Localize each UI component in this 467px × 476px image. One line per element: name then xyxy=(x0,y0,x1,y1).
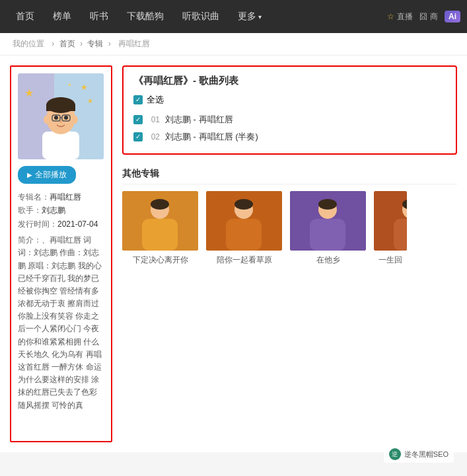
breadcrumb-album[interactable]: 专辑 xyxy=(87,39,103,48)
intro-label: 简介： xyxy=(18,235,42,245)
nav-download[interactable]: 下载酷狗 xyxy=(118,0,173,33)
breadcrumb-my-position: 我的位置 xyxy=(13,39,44,48)
song-row[interactable]: 01 刘志鹏 - 再唱红唇 xyxy=(133,111,446,128)
shop-icon: 囧 xyxy=(419,11,427,22)
svg-point-18 xyxy=(73,116,78,124)
left-sidebar: ★ ★ ★ ✦ xyxy=(10,65,112,442)
song-2-checkbox[interactable] xyxy=(133,132,143,141)
select-all-checkbox[interactable] xyxy=(133,95,143,104)
album-card-1-title: 下定决心离开你 xyxy=(122,255,198,266)
album-card-3-title: 在他乡 xyxy=(290,255,366,266)
song-2-name[interactable]: 刘志鹏 - 再唱红唇 (半奏) xyxy=(165,131,258,143)
release-label: 发行时间： xyxy=(18,219,57,229)
nav-right-area: ☆ 直播 囧 商 Ai xyxy=(387,11,460,22)
album-cover: ★ ★ ★ ✦ xyxy=(18,73,104,159)
singer-label: 歌手： xyxy=(18,206,42,215)
select-all-label: 全选 xyxy=(147,94,164,106)
right-section: 《再唱红唇》- 歌曲列表 全选 01 刘志鹏 - 再唱红唇 02 刘志鹏 - 再… xyxy=(122,65,457,442)
svg-rect-21 xyxy=(142,219,178,251)
singer-row: 歌手：刘志鹏 xyxy=(18,204,104,217)
song-2-num: 02 xyxy=(148,132,160,141)
breadcrumb-sep3: › xyxy=(108,39,113,48)
album-thumb-2 xyxy=(206,191,282,251)
album-card-2[interactable]: 陪你一起看草原 xyxy=(206,191,282,266)
svg-rect-25 xyxy=(226,219,262,251)
album-name-label: 专辑名： xyxy=(18,192,50,202)
shop-label: 商 xyxy=(430,11,438,22)
song-1-num: 01 xyxy=(148,115,160,124)
song-list-title: 《再唱红唇》- 歌曲列表 xyxy=(133,75,446,87)
nav-live[interactable]: ☆ 直播 xyxy=(387,11,413,22)
play-all-button[interactable]: ▶ 全部播放 xyxy=(18,166,76,184)
svg-point-16 xyxy=(59,121,62,123)
nav-ai[interactable]: Ai xyxy=(445,11,460,22)
album-card-2-title: 陪你一起看草原 xyxy=(206,255,282,266)
svg-point-17 xyxy=(44,116,49,124)
album-thumb-3 xyxy=(290,191,366,251)
albums-grid: 下定决心离开你 陪你一起看草原 xyxy=(122,191,457,266)
album-thumb-1 xyxy=(122,191,198,251)
album-card-3[interactable]: 在他乡 xyxy=(290,191,366,266)
svg-point-15 xyxy=(64,116,68,120)
nav-shop[interactable]: 囧 商 xyxy=(419,11,438,22)
album-name-value: 再唱红唇 xyxy=(50,192,81,202)
album-card-1[interactable]: 下定决心离开你 xyxy=(122,191,198,266)
breadcrumb: 我的位置 › 首页 › 专辑 › 再唱红唇 xyxy=(0,33,467,56)
svg-rect-7 xyxy=(42,132,79,159)
svg-text:★: ★ xyxy=(81,83,88,92)
nav-charts[interactable]: 榜单 xyxy=(44,0,81,33)
svg-text:★: ★ xyxy=(87,97,93,104)
svg-text:✦: ✦ xyxy=(67,82,72,88)
nav-audiobooks[interactable]: 听书 xyxy=(81,0,118,33)
breadcrumb-home[interactable]: 首页 xyxy=(59,39,75,48)
svg-text:★: ★ xyxy=(24,87,34,99)
select-all-row[interactable]: 全选 xyxy=(133,94,446,106)
song-list-box: 《再唱红唇》- 歌曲列表 全选 01 刘志鹏 - 再唱红唇 02 刘志鹏 - 再… xyxy=(122,65,457,155)
song-1-checkbox[interactable] xyxy=(133,115,143,124)
svg-point-30 xyxy=(318,199,337,210)
nav-home[interactable]: 首页 xyxy=(7,0,44,33)
svg-point-22 xyxy=(151,199,169,210)
nav-more[interactable]: 更多 xyxy=(229,0,271,33)
release-date-value: 2021-07-04 xyxy=(57,219,98,229)
song-1-name[interactable]: 刘志鹏 - 再唱红唇 xyxy=(165,114,233,126)
svg-rect-10 xyxy=(46,104,75,111)
top-navigation: 首页 榜单 听书 下载酷狗 听歌识曲 更多 ☆ 直播 囧 商 Ai xyxy=(0,0,467,33)
main-content: ★ ★ ★ ✦ xyxy=(0,56,467,452)
breadcrumb-sep1: › xyxy=(52,39,56,48)
album-description: 简介：、再唱红唇 词词：刘志鹏 作曲：刘志鹏 原唱：刘志鹏 我的心已经千穿百孔 … xyxy=(18,234,104,412)
album-thumb-4 xyxy=(374,191,407,251)
album-card-4-title: 一生回 xyxy=(374,255,407,266)
album-card-4[interactable]: 一生回 xyxy=(374,191,407,266)
singer-value: 刘志鹏 xyxy=(42,206,65,215)
album-info: 专辑名：再唱红唇 歌手：刘志鹏 发行时间：2021-07-04 简介：、再唱红唇… xyxy=(18,190,104,412)
svg-rect-29 xyxy=(310,219,345,251)
song-list-title-text: 《再唱红唇》- 歌曲列表 xyxy=(133,75,238,86)
intro-text: 、再唱红唇 词词：刘志鹏 作曲：刘志鹏 原唱：刘志鹏 我的心已经千穿百孔 我的梦… xyxy=(18,235,102,409)
watermark: 逆 逆冬黑帽SEO xyxy=(384,446,454,452)
svg-point-26 xyxy=(234,199,253,210)
song-row[interactable]: 02 刘志鹏 - 再唱红唇 (半奏) xyxy=(133,128,446,145)
breadcrumb-current: 再唱红唇 xyxy=(118,39,150,48)
svg-rect-33 xyxy=(394,219,407,251)
ai-badge: Ai xyxy=(445,11,460,22)
watermark-label: 逆冬黑帽SEO xyxy=(404,450,449,453)
star-icon: ☆ xyxy=(387,12,394,21)
other-albums-title: 其他专辑 xyxy=(122,168,457,184)
play-icon: ▶ xyxy=(27,171,32,178)
live-label: 直播 xyxy=(397,11,413,22)
other-albums-section: 其他专辑 下定决心离开你 xyxy=(122,168,457,266)
play-all-label: 全部播放 xyxy=(35,169,67,180)
watermark-icon: 逆 xyxy=(389,448,401,452)
nav-recognize[interactable]: 听歌识曲 xyxy=(173,0,229,33)
svg-point-14 xyxy=(54,116,58,120)
release-date-row: 发行时间：2021-07-04 xyxy=(18,218,104,231)
breadcrumb-sep2: › xyxy=(80,39,85,48)
nav-items: 首页 榜单 听书 下载酷狗 听歌识曲 更多 xyxy=(7,0,387,33)
album-name-row: 专辑名：再唱红唇 xyxy=(18,190,104,204)
